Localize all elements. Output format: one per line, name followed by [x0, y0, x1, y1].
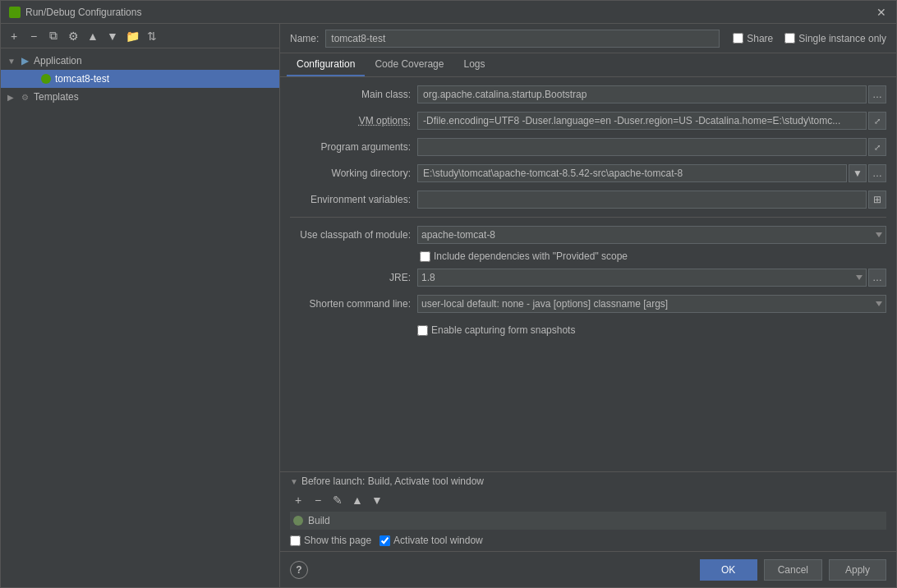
- name-input[interactable]: [325, 30, 720, 48]
- cancel-button[interactable]: Cancel: [764, 559, 822, 581]
- move-up-button[interactable]: ▲: [85, 28, 101, 44]
- close-button[interactable]: ✕: [876, 7, 888, 18]
- show-page-label: Show this page: [304, 535, 371, 546]
- shorten-cmd-select[interactable]: user-local default: none - java [options…: [417, 295, 886, 313]
- bl-down-button[interactable]: ▼: [369, 492, 385, 508]
- snapshot-checkbox-label[interactable]: Enable capturing form snapshots: [417, 324, 575, 336]
- working-dir-input-group: ▼ …: [417, 164, 886, 182]
- show-page-row: Show this page Activate tool window: [290, 535, 886, 546]
- remove-config-button[interactable]: −: [25, 28, 42, 44]
- single-instance-label: Single instance only: [798, 33, 886, 44]
- snapshot-checkbox[interactable]: [417, 325, 428, 336]
- main-class-label: Main class:: [290, 89, 417, 100]
- bl-remove-button[interactable]: −: [310, 492, 326, 508]
- tomcat-item-label: tomcat8-test: [55, 73, 109, 85]
- show-page-checkbox[interactable]: [290, 535, 301, 546]
- env-vars-browse-button[interactable]: ⊞: [868, 191, 886, 209]
- move-down-button[interactable]: ▼: [104, 28, 121, 44]
- footer: ? OK Cancel Apply: [280, 551, 896, 587]
- apply-button[interactable]: Apply: [829, 559, 886, 581]
- snapshot-row: Enable capturing form snapshots: [290, 319, 886, 341]
- run-config-icon: [40, 73, 52, 85]
- activate-tool-checkbox[interactable]: [380, 535, 390, 546]
- footer-left: ?: [290, 561, 308, 579]
- form-area: Main class: … VM options: ⤢ Pr: [280, 77, 896, 471]
- footer-right: OK Cancel Apply: [700, 559, 886, 581]
- bl-up-button[interactable]: ▲: [349, 492, 366, 508]
- show-page-checkbox-label[interactable]: Show this page: [290, 535, 371, 546]
- main-content: + − ⧉ ⚙ ▲ ▼ 📁 ⇅ ▼ ▶ Application: [1, 24, 896, 587]
- jre-select[interactable]: 1.8: [417, 269, 867, 287]
- main-class-row: Main class: …: [290, 84, 886, 105]
- before-launch-header: ▼ Before launch: Build, Activate tool wi…: [290, 475, 886, 487]
- title-bar-left: Run/Debug Configurations: [9, 7, 141, 18]
- working-dir-input[interactable]: [417, 164, 847, 182]
- env-vars-row: Environment variables: ⊞: [290, 189, 886, 210]
- vm-options-label: VM options:: [290, 115, 417, 126]
- include-deps-checkbox[interactable]: [420, 251, 430, 262]
- vm-options-row: VM options: ⤢: [290, 110, 886, 131]
- jre-browse-button[interactable]: …: [868, 269, 886, 287]
- sort-button[interactable]: ⇅: [144, 28, 160, 44]
- right-panel: Name: Share Single instance only Confi: [280, 24, 896, 587]
- tab-configuration[interactable]: Configuration: [287, 53, 365, 76]
- run-debug-dialog: Run/Debug Configurations ✕ + − ⧉ ⚙ ▲ ▼ 📁…: [0, 0, 897, 588]
- title-bar: Run/Debug Configurations ✕: [1, 1, 896, 24]
- tree-tomcat-item[interactable]: tomcat8-test: [1, 70, 279, 88]
- shorten-cmd-row: Shorten command line: user-local default…: [290, 293, 886, 315]
- settings-config-button[interactable]: ⚙: [65, 28, 81, 44]
- working-dir-dropdown-button[interactable]: ▼: [849, 164, 867, 182]
- application-group-label: Application: [34, 55, 82, 67]
- activate-tool-checkbox-label[interactable]: Activate tool window: [380, 535, 483, 546]
- program-args-label: Program arguments:: [290, 141, 417, 153]
- build-icon: [293, 516, 303, 526]
- tabs-bar: Configuration Code Coverage Logs: [280, 53, 896, 77]
- share-checkbox-label[interactable]: Share: [733, 33, 773, 44]
- build-row: Build: [290, 512, 886, 530]
- ok-button[interactable]: OK: [700, 559, 757, 581]
- working-dir-browse-button[interactable]: …: [868, 164, 886, 182]
- include-deps-checkbox-label[interactable]: Include dependencies with "Provided" sco…: [420, 250, 628, 262]
- env-vars-input-group: ⊞: [417, 191, 886, 209]
- tree-arrow-icon: ▼: [7, 57, 16, 66]
- tab-code-coverage[interactable]: Code Coverage: [365, 53, 453, 76]
- working-dir-row: Working directory: ▼ …: [290, 163, 886, 184]
- main-class-input-group: …: [417, 85, 886, 103]
- before-launch-arrow-icon: ▼: [290, 477, 298, 486]
- left-panel: + − ⧉ ⚙ ▲ ▼ 📁 ⇅ ▼ ▶ Application: [1, 24, 280, 587]
- main-class-input[interactable]: [417, 85, 867, 103]
- env-vars-label: Environment variables:: [290, 194, 417, 205]
- program-args-input[interactable]: [417, 138, 867, 156]
- help-button[interactable]: ?: [290, 561, 308, 579]
- program-args-input-group: ⤢: [417, 138, 886, 156]
- tree-templates-group[interactable]: ▶ ⚙ Templates: [1, 88, 279, 106]
- copy-config-button[interactable]: ⧉: [45, 28, 62, 44]
- activate-tool-label: Activate tool window: [393, 535, 483, 546]
- tab-logs[interactable]: Logs: [453, 53, 494, 76]
- include-deps-label: Include dependencies with "Provided" sco…: [434, 250, 628, 262]
- folder-button[interactable]: 📁: [124, 28, 140, 44]
- classpath-select-group: apache-tomcat-8: [417, 226, 886, 244]
- env-vars-input[interactable]: [417, 191, 867, 209]
- working-dir-label: Working directory:: [290, 168, 417, 179]
- classpath-select[interactable]: apache-tomcat-8: [417, 226, 886, 244]
- form-divider: [290, 217, 886, 218]
- single-instance-checkbox-label[interactable]: Single instance only: [784, 33, 886, 44]
- share-label: Share: [747, 33, 773, 44]
- share-checkbox[interactable]: [733, 33, 743, 44]
- add-config-button[interactable]: +: [6, 28, 22, 44]
- name-bar: Name: Share Single instance only: [280, 24, 896, 53]
- program-args-expand-button[interactable]: ⤢: [868, 138, 886, 156]
- vm-options-input[interactable]: [417, 112, 867, 130]
- vm-options-expand-button[interactable]: ⤢: [868, 112, 886, 130]
- application-group-icon: ▶: [19, 55, 30, 67]
- share-area: Share Single instance only: [733, 33, 886, 44]
- before-launch-toolbar: + − ✎ ▲ ▼: [290, 492, 886, 508]
- tree-application-group[interactable]: ▼ ▶ Application: [1, 52, 279, 70]
- include-deps-row: Include dependencies with "Provided" sco…: [420, 250, 886, 262]
- bl-edit-button[interactable]: ✎: [329, 492, 346, 508]
- single-instance-checkbox[interactable]: [784, 33, 795, 44]
- classpath-label: Use classpath of module:: [290, 229, 417, 241]
- main-class-browse-button[interactable]: …: [868, 85, 886, 103]
- bl-add-button[interactable]: +: [290, 492, 306, 508]
